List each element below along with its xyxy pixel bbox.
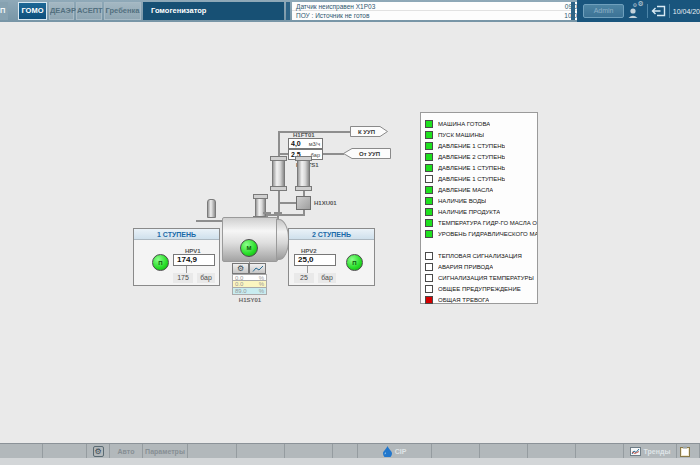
trend-chart-icon [630, 447, 641, 456]
legend-item: НАЛИЧИЕ ВОДЫ [425, 195, 537, 206]
settings-button[interactable]: ⚙ [87, 444, 110, 458]
pressure-unit: бар [311, 152, 320, 158]
legend-gap [425, 239, 537, 250]
nav-button-grebenka[interactable]: Гребенка [104, 2, 141, 20]
status-indicator [425, 197, 433, 205]
divider [647, 4, 648, 18]
nav-button-partial[interactable]: П [0, 2, 8, 20]
gear-icon: ⚙ [632, 2, 636, 8]
parameters-button[interactable]: Параметры [143, 444, 188, 458]
tank-motor-indicator: М [240, 239, 258, 257]
legend-label: НАЛИЧИЕ ПРОДУКТА [438, 209, 500, 215]
alarm-scrollbar-right[interactable] [571, 2, 575, 20]
legend-label: ДАВЛЕНИЕ 2 СТУПЕНЬ [438, 154, 505, 160]
legend-label: ДАВЛЕНИЕ 1 СТУПЕНЬ [438, 165, 505, 171]
legend-item: ДАВЛЕНИЕ 2 СТУПЕНЬ [425, 151, 537, 162]
legend-item: ДАВЛЕНИЕ МАСЛА [425, 184, 537, 195]
legend-label: УРОВЕНЬ ГИДРАВЛИЧЕСКОГО МАСЛА [438, 231, 537, 237]
legend-item: УРОВЕНЬ ГИДРАВЛИЧЕСКОГО МАСЛА [425, 228, 537, 239]
legend-item: ДАВЛЕНИЕ 1 СТУПЕНЬ [425, 173, 537, 184]
servo-value: 0.0 [235, 275, 243, 280]
legend-label: ДАВЛЕНИЕ МАСЛА [438, 187, 493, 193]
pipe [196, 220, 224, 222]
legend-item: ДАВЛЕНИЕ 1 СТУПЕНЬ [425, 140, 537, 151]
pipe [280, 202, 296, 204]
legend-label: ТЕМПЕРАТУРА ГИДР-ГО МАСЛА ОК [438, 220, 537, 226]
servo-value-row: 0.0% [232, 274, 267, 281]
header-right-controls: Admin ⚙ ⚙ 10/04/20 [577, 0, 700, 22]
legend-label: ДАВЛЕНИЕ 1 СТУПЕНЬ [438, 143, 505, 149]
servo-unit: % [259, 288, 264, 294]
legend-item: СИГНАЛИЗАЦИЯ ТЕМПЕРАТУРЫ [425, 272, 537, 283]
servo-value-row: 89.0% [232, 288, 267, 295]
parameters-label: Параметры [145, 448, 185, 455]
status-legend: МАШИНА ГОТОВАПУСК МАШИНЫДАВЛЕНИЕ 1 СТУПЕ… [420, 112, 538, 304]
stage2-value-input[interactable]: 25,0 [294, 254, 336, 266]
trends-button[interactable]: Тренды [624, 444, 677, 458]
bottom-toolbar: ⚙ Авто Параметры CIP Тренды [0, 443, 700, 458]
flag-label: К УУП [350, 126, 388, 137]
legend-label: НАЛИЧИЕ ВОДЫ [438, 198, 486, 204]
alarm-text: ПОУ : Источник не готов [296, 12, 369, 19]
legend-label: ОБЩАЯ ТРЕВОГА [438, 297, 489, 303]
legend-label: СИГНАЛИЗАЦИЯ ТЕМПЕРАТУРЫ [438, 275, 534, 281]
status-indicator [425, 120, 433, 128]
cip-button[interactable]: CIP [358, 444, 432, 458]
status-indicator [425, 252, 433, 260]
legend-item: ТЕПЛОВАЯ СИГНАЛИЗАЦИЯ [425, 250, 537, 261]
report-button[interactable] [677, 444, 700, 458]
alarm-scrollbar-left[interactable] [286, 2, 290, 20]
trends-label: Тренды [644, 448, 671, 455]
nav-button-deaer[interactable]: ДЕАЭР [49, 2, 74, 20]
flow-arrow-to-uup: К УУП [350, 126, 388, 137]
connector-line [307, 266, 308, 273]
flag-label: От УУП [343, 148, 391, 159]
servo-rows: 0.0%0.0%89.0% [232, 274, 268, 295]
auto-label: Авто [118, 448, 135, 455]
stage2-panel: 2 СТУПЕНЬ HPV2 25,0 25 бар П [288, 228, 375, 286]
status-indicator [425, 285, 433, 293]
divider [669, 4, 670, 18]
status-indicator [425, 219, 433, 227]
flow-meter-value-box[interactable]: 4,0 м3/ч [288, 138, 323, 149]
nav-button-gomo[interactable]: ГОМО [18, 2, 47, 20]
flow-value: 4,0 [291, 140, 301, 147]
nav-button-asept[interactable]: АСЕПТ [76, 2, 102, 20]
gear-icon: ⚙ [638, 0, 644, 8]
status-indicator [425, 274, 433, 282]
legend-label: ТЕПЛОВАЯ СИГНАЛИЗАЦИЯ [438, 253, 522, 259]
auto-button[interactable]: Авто [110, 444, 143, 458]
stage1-value-input[interactable]: 174,9 [173, 254, 215, 266]
admin-button[interactable]: Admin [583, 4, 624, 18]
servo-unit: % [259, 275, 264, 280]
stage1-panel: 1 СТУПЕНЬ П HPV1 174,9 175 бар [133, 228, 220, 286]
servo-unit: % [259, 281, 264, 287]
damper-cylinder-1 [272, 158, 285, 189]
toolbar-cell-empty [43, 444, 87, 458]
status-indicator [425, 175, 433, 183]
legend-label: ПУСК МАШИНЫ [438, 132, 484, 138]
alarm-text: Датчик неисправен X1P03 [296, 3, 375, 10]
toolbar-cell-empty [528, 444, 576, 458]
servo-value-row: 0.0% [232, 281, 267, 288]
cip-label: CIP [395, 448, 407, 455]
legend-label: МАШИНА ГОТОВА [438, 121, 490, 127]
clipboard-icon [680, 446, 690, 457]
stage1-unit: бар [197, 273, 215, 283]
status-indicator [425, 186, 433, 194]
status-indicator [425, 164, 433, 172]
stage2-unit: бар [318, 273, 336, 283]
toolbar-cell-empty [333, 444, 358, 458]
tank-nozzle [263, 212, 271, 214]
manual-mode-button[interactable]: ⚙ [232, 263, 249, 274]
gear-icon: ⚙ [93, 446, 104, 457]
legend-item: ОБЩАЯ ТРЕВОГА [425, 294, 537, 305]
flow-unit: м3/ч [309, 141, 320, 147]
bottom-strip [0, 458, 700, 465]
tank-nozzle [274, 212, 282, 214]
trend-button[interactable] [249, 263, 266, 274]
junction-box [296, 196, 311, 210]
user-settings-icon[interactable]: ⚙ ⚙ [627, 3, 644, 19]
logout-icon[interactable] [651, 4, 666, 18]
stage2-setpoint: 25 [294, 273, 314, 283]
